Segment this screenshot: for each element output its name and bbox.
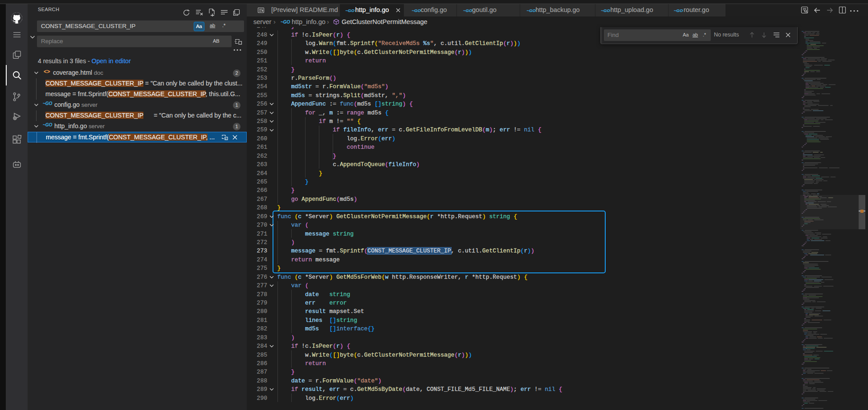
svg-text:c: c: [225, 137, 227, 140]
